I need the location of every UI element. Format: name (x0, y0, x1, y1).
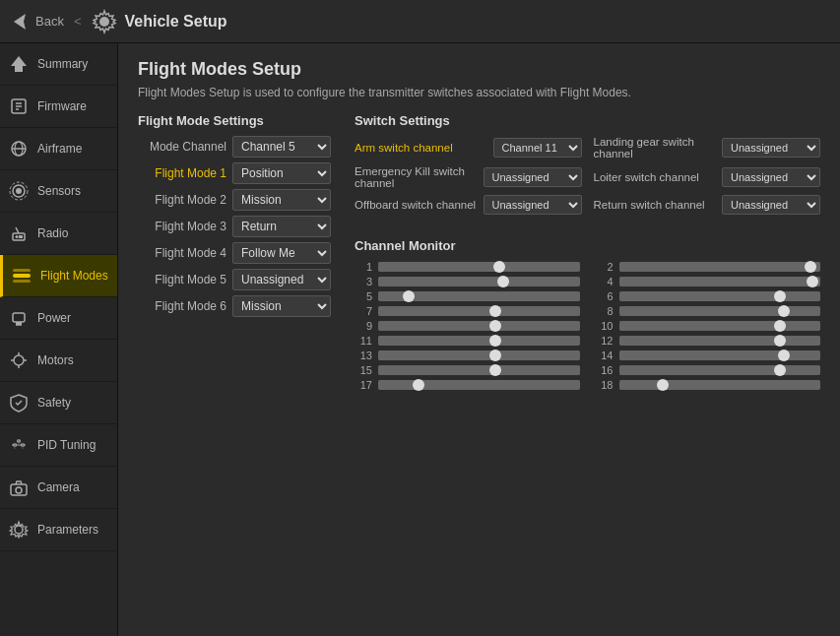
plane-icon (12, 12, 32, 32)
flight-mode-2-label: Flight Mode 2 (138, 193, 226, 207)
sidebar-item-camera[interactable]: Camera (0, 467, 117, 509)
landing-gear-row: Landing gear switch channel Unassigned C… (594, 136, 821, 159)
channel-15-num: 15 (355, 364, 372, 376)
channel-11-num: 11 (355, 335, 372, 347)
flight-mode-2-select[interactable]: Position Mission Return Follow Me Unassi… (232, 189, 331, 211)
channel-14-bar (619, 350, 821, 360)
sidebar-item-parameters[interactable]: Parameters (0, 509, 117, 551)
channel-13-bar (378, 350, 580, 360)
svg-rect-18 (13, 274, 31, 278)
sensors-icon (8, 180, 30, 202)
sidebar-item-motors[interactable]: Motors (0, 340, 117, 382)
channel-16-row: 16 (596, 364, 821, 376)
channel-4-num: 4 (596, 276, 614, 287)
sidebar-item-radio[interactable]: Radio (0, 213, 117, 255)
flight-mode-6-select[interactable]: Position Mission Return Follow Me Unassi… (232, 295, 331, 317)
channel-10-row: 10 (596, 320, 821, 332)
sidebar-item-safety[interactable]: Safety (0, 382, 117, 424)
channel-10-num: 10 (596, 320, 614, 332)
flight-mode-2-row: Flight Mode 2 Position Mission Return Fo… (138, 189, 331, 211)
flight-mode-1-label: Flight Mode 1 (138, 166, 226, 180)
channel-12-bar (619, 336, 821, 346)
svg-rect-20 (13, 280, 31, 283)
svg-point-24 (14, 355, 24, 365)
loiter-switch-select[interactable]: Unassigned Channel 1 (722, 167, 820, 187)
sidebar: Summary Firmware (0, 43, 118, 636)
content-page-title: Flight Modes Setup (138, 59, 820, 80)
channel-6-row: 6 (596, 290, 821, 302)
channel-18-num: 18 (596, 379, 614, 391)
svg-rect-21 (13, 313, 25, 322)
channel-16-bar (619, 365, 821, 375)
emergency-kill-label: Emergency Kill switch channel (355, 165, 478, 189)
svg-point-2 (100, 18, 107, 25)
channel-5-row: 5 (355, 290, 580, 302)
svg-marker-0 (14, 14, 26, 30)
channel-8-row: 8 (596, 305, 821, 317)
motors-icon (8, 350, 30, 371)
return-switch-select[interactable]: Unassigned Channel 1 (722, 195, 820, 215)
back-label: Back (35, 14, 64, 29)
sidebar-item-pid-tuning[interactable]: PID Tuning (0, 424, 117, 467)
arm-switch-select[interactable]: Unassigned Channel 1 Channel 2 Channel 3… (493, 138, 582, 158)
emergency-kill-row: Emergency Kill switch channel Unassigned… (355, 165, 582, 189)
back-button[interactable]: Back (12, 12, 64, 32)
content-area: Flight Modes Setup Flight Modes Setup is… (118, 43, 840, 636)
sidebar-item-sensors[interactable]: Sensors (0, 170, 117, 213)
content-page-description: Flight Modes Setup is used to configure … (138, 86, 820, 99)
channel-17-bar (378, 380, 580, 390)
channel-17-row: 17 (355, 379, 580, 391)
sidebar-label-airframe: Airframe (37, 142, 82, 156)
sidebar-item-flight-modes[interactable]: Flight Modes (0, 255, 117, 297)
flight-mode-settings-title: Flight Mode Settings (138, 113, 331, 128)
channel-18-dot (657, 379, 669, 391)
offboard-switch-row: Offboard switch channel Unassigned Chann… (355, 195, 582, 215)
sidebar-item-airframe[interactable]: Airframe (0, 128, 117, 170)
channel-4-dot (807, 276, 818, 287)
channel-15-row: 15 (355, 364, 580, 376)
channel-15-bar (378, 365, 580, 375)
channel-9-row: 9 (355, 320, 580, 332)
flight-mode-5-select[interactable]: Position Mission Return Follow Me Unassi… (232, 269, 331, 290)
flight-mode-4-select[interactable]: Position Mission Return Follow Me Unassi… (232, 242, 331, 264)
channel-14-num: 14 (596, 350, 614, 361)
arm-switch-row: Arm switch channel Unassigned Channel 1 … (355, 136, 582, 159)
channel-6-num: 6 (596, 290, 614, 302)
channel-4-row: 4 (596, 276, 821, 287)
channel-7-num: 7 (355, 305, 372, 317)
channel-18-row: 18 (596, 379, 821, 391)
emergency-kill-select[interactable]: Unassigned Channel 1 (484, 167, 582, 187)
svg-rect-19 (13, 269, 31, 272)
svg-point-11 (16, 188, 22, 194)
svg-point-37 (16, 487, 22, 493)
flight-mode-3-select[interactable]: Position Mission Return Follow Me Unassi… (232, 216, 331, 237)
landing-gear-select[interactable]: Unassigned Channel 1 (722, 138, 820, 158)
mode-channel-select[interactable]: Channel 5 Channel 1 Channel 2 Channel 3 … (232, 136, 331, 158)
flight-mode-3-row: Flight Mode 3 Position Mission Return Fo… (138, 216, 331, 237)
channel-13-dot (489, 350, 501, 361)
summary-icon (8, 53, 30, 75)
svg-point-38 (15, 526, 23, 534)
settings-row: Flight Mode Settings Mode Channel Channe… (138, 113, 820, 391)
channel-8-num: 8 (596, 305, 614, 317)
main-layout: Summary Firmware (0, 43, 840, 636)
flight-mode-1-select[interactable]: Position Mission Return Follow Me Unassi… (232, 162, 331, 184)
channel-2-dot (805, 261, 816, 273)
sidebar-item-summary[interactable]: Summary (0, 43, 117, 86)
channel-13-row: 13 (355, 350, 580, 361)
sidebar-label-sensors: Sensors (37, 184, 81, 198)
channel-8-bar (619, 306, 821, 316)
channel-17-dot (413, 379, 424, 391)
sidebar-label-safety: Safety (37, 396, 71, 410)
flight-mode-1-row: Flight Mode 1 Position Mission Return Fo… (138, 162, 331, 184)
channel-2-bar (619, 262, 821, 272)
gear-icon (92, 9, 117, 34)
sidebar-item-firmware[interactable]: Firmware (0, 86, 117, 128)
sidebar-item-power[interactable]: Power (0, 297, 117, 340)
offboard-switch-select[interactable]: Unassigned Channel 1 (484, 195, 582, 215)
flight-mode-settings: Flight Mode Settings Mode Channel Channe… (138, 113, 331, 391)
flight-modes-icon (11, 265, 32, 286)
switch-settings-title: Switch Settings (355, 113, 820, 128)
channel-6-bar (619, 291, 821, 301)
switch-settings: Switch Settings Arm switch channel Unass… (355, 113, 820, 226)
